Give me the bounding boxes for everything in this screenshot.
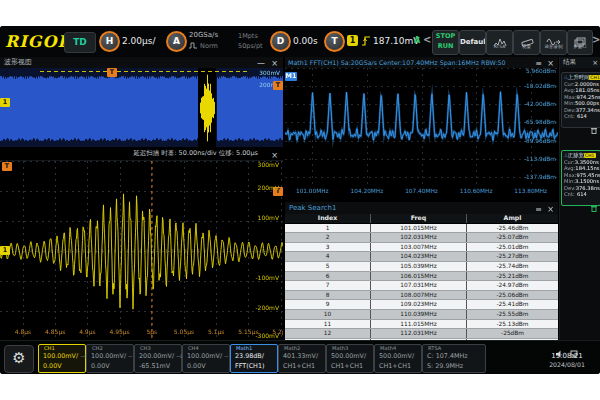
peak-table-row[interactable]: 6106.015MHz-25.21dBm <box>285 272 558 282</box>
channel-cell-math2[interactable]: Math2401.33mV/ CH1+CH1 <box>278 344 326 373</box>
acquire-knob[interactable]: A <box>166 31 187 52</box>
peak-cell: 110.039MHz <box>371 310 467 319</box>
horizontal-knob[interactable]: H <box>99 31 120 52</box>
zoom-x-label: 5.2μs <box>266 328 283 335</box>
channel-scale-value: C: 107.4MHz <box>427 352 468 360</box>
trigger-sweep-auto: A <box>414 36 420 45</box>
channel-offset-value: S: 29.9MHz <box>427 362 463 370</box>
measure-button[interactable]: 测量 <box>513 30 540 55</box>
record-button[interactable]: 波形录制 <box>540 30 567 55</box>
trash-icon <box>591 127 597 134</box>
peak-table-row[interactable]: 10110.039MHz-25.55dBm <box>285 310 558 320</box>
fft-plot[interactable]: M1 5.960dBm-18.02dBm-42.00dBm-65.98dBm-8… <box>285 68 558 186</box>
trigger-level-value[interactable]: 187.10mV <box>373 36 419 46</box>
channel-offset-value: 0.00V <box>91 362 110 370</box>
channel-tab-label: Math3 <box>332 345 348 351</box>
fft-y-label: -89.96dBm <box>516 138 556 144</box>
zoom-y-label: 300mV <box>245 161 279 168</box>
peak-cell: 109.023MHz <box>371 300 467 309</box>
trash-icon <box>591 205 597 212</box>
zoom-x-label: 4.85μs <box>40 328 70 335</box>
trigger-level-marker[interactable]: T <box>273 81 283 90</box>
expand-chevron[interactable]: > <box>592 34 600 45</box>
peak-table-row[interactable]: 11111.015MHz-25.13dBm <box>285 320 558 330</box>
peak-col-header: Freq <box>371 214 467 223</box>
peak-cell: 107.031MHz <box>371 281 467 290</box>
peak-table-row[interactable]: 8108.007MHz-25.06dBm <box>285 291 558 301</box>
zoom-x-label: 5.15μs <box>233 328 263 335</box>
trigger-source-badge[interactable]: 1 <box>347 35 358 46</box>
stat-label: Cnt: <box>564 191 577 197</box>
stop-run-button[interactable]: STOP RUN <box>432 30 459 55</box>
fft-x-label: 104.20MHz <box>345 188 389 194</box>
channel-scale-value: 100.00mV/ ⎓ <box>91 352 132 360</box>
channel-cell-ch1[interactable]: CH1100.00mV/ ⎓Ω0.00V <box>38 344 86 373</box>
peak-table-row[interactable]: 5105.039MHz-25.74dBm <box>285 262 558 272</box>
timebase-value[interactable]: 2.00μs/ <box>122 36 156 46</box>
channel-scale-value: 100.00mV/ ⎓Ω <box>43 352 88 360</box>
peak-table-row[interactable]: 2102.031MHz-25.07dBm <box>285 233 558 243</box>
ch1-marker[interactable]: 1 <box>0 98 10 107</box>
delayed-sweep-plot[interactable]: T 1 T 300mV200mV100mV-100mV-200mV-300mV4… <box>0 160 283 341</box>
peak-table-row[interactable]: 1101.015MHz-25.46dBm <box>285 224 558 234</box>
channel-cell-ch4[interactable]: CH4100.00mV/ ⎓0.00V <box>182 344 230 373</box>
acquire-mode[interactable]: Norm <box>189 42 218 50</box>
peak-cell: -25.06dBm <box>467 291 558 300</box>
channel-cell-ch2[interactable]: CH2100.00mV/ ⎓0.00V <box>86 344 134 373</box>
channel-cell-math3[interactable]: Math3500.00mV/ CH1+CH1 <box>326 344 374 373</box>
peak-table-row[interactable]: 12112.031MHz-25dBm <box>285 329 558 339</box>
peak-table-row[interactable]: 3103.007MHz-25.01dBm <box>285 243 558 253</box>
delayed-sweep-header: 延迟扫描 时基: 50.00ns/div 位移: 5.00μs × <box>0 147 283 160</box>
peak-cell: 1 <box>285 224 371 233</box>
measure-card-title: ⎍正脉宽CH1 <box>562 151 600 159</box>
delay-value[interactable]: 0.00s <box>293 36 318 46</box>
rtsa-button[interactable]: RTSA <box>486 30 513 55</box>
channel-cell-math4[interactable]: Math4500.00mV/ CH1+CH1 <box>374 344 422 373</box>
channel-cell-ch3[interactable]: CH3200.00mV/ ⎓Ω-65.51mV <box>134 344 182 373</box>
channel-tab-label: Math1 <box>236 345 252 351</box>
trigger-position-marker[interactable]: T <box>107 68 117 77</box>
delete-measure-button[interactable] <box>562 197 600 205</box>
measure-card-1[interactable]: ⎍上升时间CH1Cur:2.0000nsAvg:181.05nsMax:974.… <box>561 72 600 128</box>
fft-y-label: -137.9dBm <box>516 174 556 180</box>
measure-title-text: 上升时间 <box>568 74 590 80</box>
peak-table-row[interactable]: 7107.031MHz-24.97dBm <box>285 281 558 291</box>
default-button[interactable]: Default <box>459 30 486 55</box>
mode-td-button[interactable]: TD <box>64 32 96 53</box>
trigger-knob[interactable]: T <box>324 31 345 52</box>
screenshot-page: RIGOL TD H 2.00μs/ A 20GSa/s Norm 1Mpts … <box>0 0 600 400</box>
peak-table-row[interactable]: 9109.023MHz-25.41dBm <box>285 300 558 310</box>
peak-table-row[interactable]: 4104.023MHz-25.27dBm <box>285 252 558 262</box>
channel-scale-value: 200.00mV/ ⎓Ω <box>139 352 184 360</box>
top-toolbar: RIGOL TD H 2.00μs/ A 20GSa/s Norm 1Mpts … <box>0 26 600 57</box>
zoom-x-label: 5.1μs <box>201 328 231 335</box>
peak-cell: -25dBm <box>467 329 558 338</box>
peak-cell: 101.015MHz <box>371 224 467 233</box>
peak-cell: 103.007MHz <box>371 243 467 252</box>
channel-cell-math1[interactable]: Math123.98dB/ FFT(CH1) <box>230 344 278 373</box>
peak-cell: 111.015MHz <box>371 320 467 329</box>
measure-card-2[interactable]: ⎍正脉宽CH1Cur:3.3500nsAvg:184.15nsMax:975.4… <box>561 150 600 206</box>
stat-value: 614 <box>577 113 587 119</box>
collapse-chevron[interactable]: < <box>423 34 431 45</box>
settings-gear-button[interactable]: ⚙ <box>4 345 34 373</box>
sample-rate[interactable]: 20GSa/s <box>189 31 218 39</box>
waveform-record-icon <box>541 32 566 43</box>
peak-cell: 5 <box>285 262 371 271</box>
delay-knob[interactable]: D <box>270 31 291 52</box>
waveform-view-plot[interactable]: T 1 300mV 200mV T <box>0 68 283 147</box>
channel-scale-value: 100.00mV/ ⎓ <box>187 352 228 360</box>
peak-cell: 105.039MHz <box>371 262 467 271</box>
delete-measure-button[interactable] <box>562 119 600 127</box>
fft-y-label: -42.00dBm <box>516 101 556 107</box>
ch1-marker[interactable]: 1 <box>0 246 10 255</box>
math1-marker[interactable]: M1 <box>285 72 297 81</box>
channel-offset-value: FFT(CH1) <box>235 362 264 370</box>
multi-window-button[interactable]: 多窗口 <box>567 30 593 55</box>
measure-card-title: ⎍上升时间CH1 <box>562 73 600 81</box>
ch1-zoom-trace <box>0 161 283 341</box>
channel-offset-value: 0.00V <box>43 362 62 370</box>
close-icon[interactable]: × <box>592 58 598 69</box>
channel-cell-rtsa[interactable]: RTSAC: 107.4MHz S: 29.9MHz <box>422 344 486 373</box>
peak-cell: 8 <box>285 291 371 300</box>
